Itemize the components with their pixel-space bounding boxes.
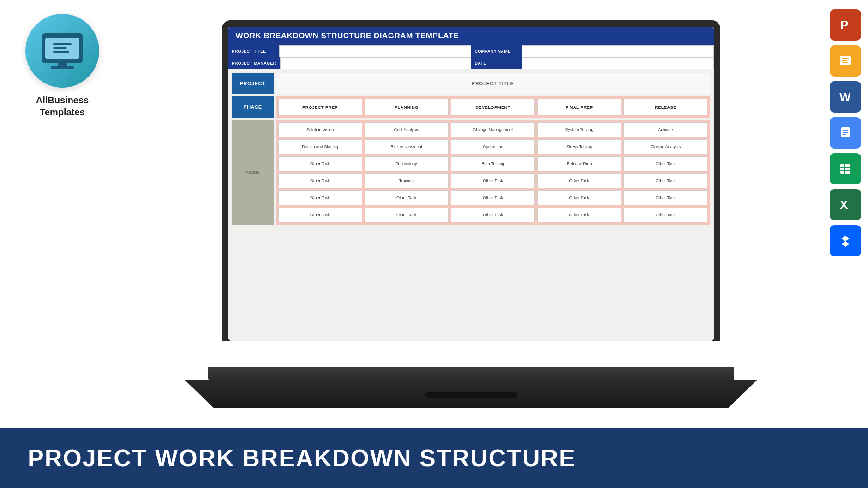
- task-label: TASK: [232, 120, 274, 225]
- laptop-vent: [425, 392, 517, 398]
- task-cell-5-0: Other Task: [278, 208, 362, 222]
- task-cell-4-3: Other Task: [537, 190, 621, 205]
- wbs-meta: PROJECT TITLE PROJECT MANAGER COMPANY NA…: [228, 45, 714, 69]
- task-row-3: Other TaskTrainingOther TaskOther TaskOt…: [278, 173, 708, 188]
- brand-name: AllBusiness Templates: [36, 94, 89, 118]
- task-cell-4-2: Other Task: [451, 190, 535, 205]
- task-row-5: Other TaskOther TaskOther TaskOther Task…: [278, 208, 708, 222]
- wbs-title: WORK BREAKDOWN STRUCTURE DIAGRAM TEMPLAT…: [228, 27, 714, 45]
- wbs-meta-right: COMPANY NAME DATE: [471, 45, 714, 69]
- phase-cell-2: DEVELOPMENT: [451, 99, 535, 115]
- task-cell-3-3: Other Task: [537, 173, 621, 188]
- word-icon[interactable]: W: [830, 81, 861, 113]
- task-cell-0-3: System Testing: [537, 122, 621, 137]
- project-title-value: [279, 45, 471, 57]
- task-cell-4-0: Other Task: [278, 190, 362, 205]
- task-cell-2-0: Other Task: [278, 156, 362, 171]
- bottom-banner-text: PROJECT WORK BREAKDOWN STRUCTURE: [28, 444, 576, 472]
- project-manager-row: PROJECT MANAGER: [228, 57, 471, 69]
- svg-text:X: X: [840, 198, 848, 212]
- svg-rect-11: [843, 130, 848, 131]
- task-cell-3-1: Training: [365, 173, 449, 188]
- task-cell-2-3: Release Prep: [537, 156, 621, 171]
- company-name-label: COMPANY NAME: [471, 45, 522, 57]
- task-cell-2-4: Other Task: [623, 156, 707, 171]
- svg-rect-13: [843, 134, 846, 135]
- task-cell-1-0: Design and Staffing: [278, 139, 362, 154]
- project-title-display: PROJECT TITLE: [276, 73, 710, 94]
- powerpoint-icon[interactable]: P: [830, 9, 861, 41]
- task-cell-5-1: Other Task: [365, 208, 449, 222]
- app-icons-sidebar: P W X: [830, 9, 861, 256]
- project-row: PROJECT PROJECT TITLE: [232, 73, 710, 94]
- task-cell-3-4: Other Task: [623, 173, 707, 188]
- google-sheets-icon[interactable]: [830, 153, 861, 184]
- google-slides-icon[interactable]: [830, 45, 861, 77]
- svg-rect-4: [842, 58, 849, 59]
- phases-grid: PROJECT PREPPLANNINGDEVELOPMENTFINAL PRE…: [276, 96, 710, 118]
- task-cell-1-2: Operations: [451, 139, 535, 154]
- laptop-base: [208, 367, 734, 380]
- task-cell-1-4: Closing Analysis: [623, 139, 707, 154]
- brand-logo: [25, 14, 99, 88]
- task-cell-3-0: Other Task: [278, 173, 362, 188]
- task-section: TASK Solution VisionCost AnalysisChange …: [232, 120, 710, 225]
- laptop-display: WORK BREAKDOWN STRUCTURE DIAGRAM TEMPLAT…: [125, 5, 817, 423]
- task-cell-3-2: Other Task: [451, 173, 535, 188]
- project-label: PROJECT: [232, 73, 274, 94]
- project-manager-label: PROJECT MANAGER: [228, 57, 280, 69]
- task-cell-0-2: Change Management: [451, 122, 535, 137]
- laptop-bezel: WORK BREAKDOWN STRUCTURE DIAGRAM TEMPLAT…: [222, 20, 720, 341]
- tasks-grid: Solution VisionCost AnalysisChange Manag…: [276, 120, 710, 225]
- task-cell-5-4: Other Task: [623, 208, 707, 222]
- task-cell-2-1: Technology: [365, 156, 449, 171]
- task-cell-5-2: Other Task: [451, 208, 535, 222]
- phase-cell-4: RELEASE: [623, 99, 707, 115]
- svg-text:P: P: [840, 18, 848, 32]
- date-label: DATE: [471, 57, 522, 69]
- svg-rect-12: [843, 132, 848, 133]
- date-row: DATE: [471, 57, 714, 69]
- task-row-4: Other TaskOther TaskOther TaskOther Task…: [278, 190, 708, 205]
- task-cell-1-3: Stress Testing: [537, 139, 621, 154]
- wbs-meta-left: PROJECT TITLE PROJECT MANAGER: [228, 45, 471, 69]
- company-name-value: [522, 45, 714, 57]
- task-cell-4-4: Other Task: [623, 190, 707, 205]
- svg-rect-6: [842, 62, 848, 63]
- google-docs-icon[interactable]: [830, 117, 861, 149]
- task-cell-0-1: Cost Analysis: [365, 122, 449, 137]
- brand-section: AllBusiness Templates: [9, 14, 115, 118]
- phase-label: PHASE: [232, 96, 274, 118]
- task-cell-0-4: Activate: [623, 122, 707, 137]
- laptop-outer: WORK BREAKDOWN STRUCTURE DIAGRAM TEMPLAT…: [222, 20, 720, 408]
- wbs-body: PROJECT PROJECT TITLE PHASE PROJECT PREP…: [228, 69, 714, 226]
- task-row-2: Other TaskTechnologyBeta TestingRelease …: [278, 156, 708, 171]
- excel-icon[interactable]: X: [830, 189, 861, 220]
- task-cell-2-2: Beta Testing: [451, 156, 535, 171]
- project-title-row: PROJECT TITLE: [228, 45, 471, 57]
- task-cell-0-0: Solution Vision: [278, 122, 362, 137]
- task-row-1: Design and StaffingRisk AssessmentOperat…: [278, 139, 708, 154]
- date-value: [522, 57, 714, 69]
- phase-cell-3: FINAL PREP: [537, 99, 621, 115]
- bottom-banner: PROJECT WORK BREAKDOWN STRUCTURE: [0, 428, 868, 488]
- wbs-template: WORK BREAKDOWN STRUCTURE DIAGRAM TEMPLAT…: [228, 27, 714, 341]
- task-cell-4-1: Other Task: [365, 190, 449, 205]
- company-name-row: COMPANY NAME: [471, 45, 714, 57]
- laptop-bottom: [185, 380, 757, 408]
- svg-rect-5: [842, 60, 847, 61]
- svg-text:W: W: [839, 90, 851, 104]
- laptop-screen: WORK BREAKDOWN STRUCTURE DIAGRAM TEMPLAT…: [228, 27, 714, 341]
- task-row-0: Solution VisionCost AnalysisChange Manag…: [278, 122, 708, 137]
- brand-icon: [42, 33, 83, 63]
- phase-cell-1: PLANNING: [365, 99, 449, 115]
- task-cell-5-3: Other Task: [537, 208, 621, 222]
- project-title-label: PROJECT TITLE: [228, 45, 279, 57]
- dropbox-icon[interactable]: [830, 225, 861, 256]
- phase-row: PHASE PROJECT PREPPLANNINGDEVELOPMENTFIN…: [232, 96, 710, 118]
- project-manager-value: [280, 57, 471, 69]
- phase-cell-0: PROJECT PREP: [278, 99, 362, 115]
- task-cell-1-1: Risk Assessment: [365, 139, 449, 154]
